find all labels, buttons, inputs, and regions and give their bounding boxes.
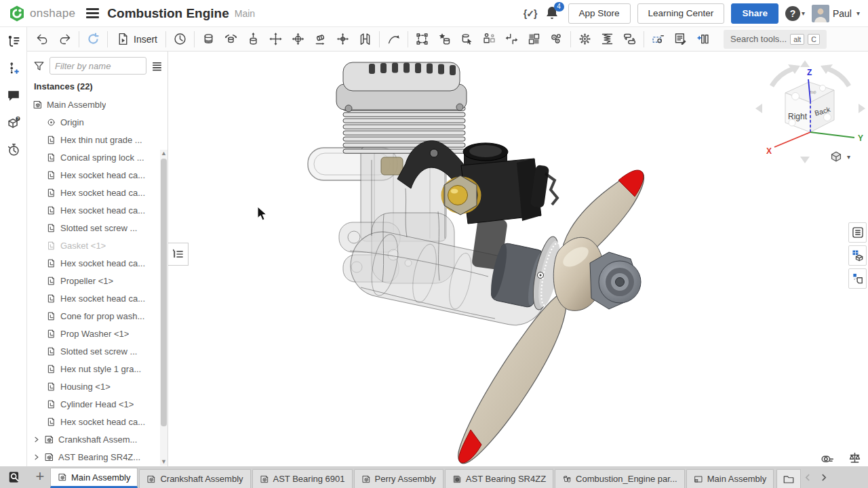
view-settings-button[interactable]: ▾: [829, 149, 850, 164]
parallel-mate-button[interactable]: [354, 29, 376, 49]
interference-detection-button[interactable]: [574, 29, 596, 49]
redo-button[interactable]: [54, 29, 76, 49]
tree-item-part[interactable]: Slotted set screw ...: [27, 219, 167, 237]
tree-item-part[interactable]: Prop Washer <1>: [27, 325, 167, 342]
expand-chevron-icon[interactable]: [33, 436, 40, 443]
spring-button[interactable]: [596, 29, 618, 49]
rail-comments-button[interactable]: [4, 87, 23, 104]
mate-button[interactable]: [169, 29, 191, 49]
scrollbar-thumb[interactable]: [161, 159, 167, 426]
configurations-button[interactable]: [692, 29, 714, 49]
tree-item-part[interactable]: Housing <1>: [27, 378, 167, 395]
tree-item-part-hidden[interactable]: Gasket <1>: [27, 237, 167, 254]
snap-mode-button[interactable]: [411, 29, 433, 49]
tabs-scroll-left-icon[interactable]: [804, 473, 812, 482]
pin-slot-mate-button[interactable]: [332, 29, 354, 49]
mass-properties-button[interactable]: [846, 450, 863, 465]
search-tools-box[interactable]: Search tools... alt C: [724, 30, 827, 49]
tree-item-part[interactable]: Hex socket head ca...: [27, 184, 167, 201]
revolute-mate-button[interactable]: [220, 29, 242, 49]
tabs-scroll-right-icon[interactable]: [819, 473, 828, 482]
tree-item-part[interactable]: Cylinder Head <1>: [27, 395, 167, 413]
named-positions-button[interactable]: [545, 29, 568, 49]
view-cube[interactable]: Right Back Top Z X Y: [753, 58, 868, 166]
tab-folder-button[interactable]: [776, 469, 801, 488]
tab-ast-bearing-sr4zz[interactable]: AST Bearing SR4ZZ: [445, 469, 553, 488]
filter-input[interactable]: [50, 57, 146, 75]
tab-combustion-engine-parts[interactable]: Combustion_Engine par...: [555, 469, 685, 488]
tab-perry-assembly[interactable]: Perry Assembly: [354, 469, 443, 488]
scroll-down-arrow[interactable]: ▼: [160, 458, 167, 466]
insert-button[interactable]: Insert: [111, 29, 163, 49]
rotate-cw-arrow[interactable]: [829, 69, 849, 86]
tree-item-origin[interactable]: Origin: [27, 113, 167, 131]
tree-item-part[interactable]: Cone for prop wash...: [27, 307, 167, 325]
tree-item-part[interactable]: Hex socket head ca...: [27, 201, 167, 219]
add-tab-button[interactable]: +: [30, 466, 50, 488]
bill-of-materials-button[interactable]: [669, 29, 692, 49]
tree-item-part[interactable]: Hex thin nut grade ...: [27, 131, 167, 148]
tree-item-subassembly[interactable]: Crankshaft Assem...: [27, 430, 167, 448]
expand-chevron-icon[interactable]: [33, 453, 40, 461]
help-menu[interactable]: ? ▾: [785, 6, 805, 21]
tree-item-main-assembly[interactable]: Main Assembly: [27, 96, 167, 113]
tree-scrollbar[interactable]: ▲ ▼: [160, 150, 167, 466]
cylindrical-mate-button[interactable]: [309, 29, 332, 49]
cube-face-right[interactable]: Right: [788, 112, 808, 121]
tree-item-part[interactable]: Propeller <1>: [27, 272, 167, 289]
replace-instances-button[interactable]: [456, 29, 478, 49]
app-store-button[interactable]: App Store: [568, 3, 631, 24]
tree-item-part[interactable]: Hex socket head ca...: [27, 289, 167, 307]
fastened-mate-button[interactable]: [197, 29, 220, 49]
tab-crankshaft-assembly[interactable]: Crankshaft Assembly: [139, 469, 250, 488]
rail-follow-button[interactable]: [4, 114, 23, 131]
tab-main-assembly[interactable]: Main Assembly: [50, 468, 138, 488]
z-axis-label: Z: [807, 68, 812, 77]
planar-mate-button[interactable]: [264, 29, 287, 49]
workspace-label[interactable]: Main: [235, 8, 255, 19]
tree-item-part[interactable]: Conical spring lock ...: [27, 148, 167, 166]
tab-ast-bearing-6901[interactable]: AST Bearing 6901: [252, 469, 353, 488]
pattern-button[interactable]: [478, 29, 500, 49]
instances-header: Instances (22): [27, 79, 167, 96]
rail-history-button[interactable]: [4, 141, 23, 159]
list-view-icon[interactable]: [151, 60, 163, 73]
scroll-up-arrow[interactable]: ▲: [160, 150, 167, 157]
assembly-toolbar: Insert Search tools... alt C: [27, 27, 868, 52]
measure-button[interactable]: [819, 450, 835, 465]
onshape-logo[interactable]: onshape: [8, 5, 75, 22]
tree-item-part[interactable]: Hex nut style 1 gra...: [27, 360, 167, 378]
feature-list-panel-button[interactable]: [848, 222, 867, 243]
ball-mate-button[interactable]: [287, 29, 309, 49]
belt-button[interactable]: [618, 29, 641, 49]
configuration-panel-button[interactable]: [848, 245, 867, 266]
tree-item-part[interactable]: Hex socket head ca...: [27, 166, 167, 184]
tree-item-part[interactable]: Slotted set screw ...: [27, 342, 167, 360]
tree-item-part[interactable]: Hex socket head ca...: [27, 254, 167, 272]
group-button[interactable]: [500, 29, 523, 49]
tab-main-assembly-drawing[interactable]: Main Assembly: [686, 469, 774, 488]
update-documents-button[interactable]: [82, 29, 104, 49]
sketch-button[interactable]: [647, 29, 669, 49]
document-menu-icon[interactable]: [86, 6, 99, 20]
search-tabs-button[interactable]: [0, 466, 30, 488]
appearance-panel-button[interactable]: [848, 268, 867, 289]
user-menu[interactable]: Paul ▾: [812, 5, 860, 22]
tangent-mate-button[interactable]: [382, 29, 405, 49]
tree-item-subassembly[interactable]: AST Bearing SR4Z...: [27, 448, 167, 466]
rotate-ccw-arrow[interactable]: [772, 69, 792, 86]
filter-icon[interactable]: [33, 60, 45, 73]
tree-item-part[interactable]: Hex socket head ca...: [27, 413, 167, 430]
learning-center-button[interactable]: Learning Center: [637, 3, 725, 24]
replicate-button[interactable]: [433, 29, 456, 49]
featurescript-icon[interactable]: {✓}: [524, 8, 537, 19]
exploded-view-button[interactable]: [523, 29, 545, 49]
notifications-button[interactable]: 4: [544, 5, 561, 22]
panel-toggle-button[interactable]: [168, 243, 189, 266]
rail-versions-button[interactable]: [4, 60, 23, 77]
slider-mate-button[interactable]: [242, 29, 264, 49]
rail-instances-button[interactable]: [4, 33, 23, 50]
share-button[interactable]: Share: [731, 3, 778, 24]
undo-button[interactable]: [31, 29, 54, 49]
help-icon: ?: [785, 6, 800, 21]
